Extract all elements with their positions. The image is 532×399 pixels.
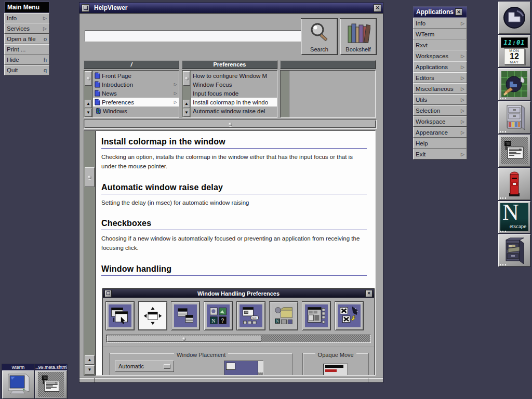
dock-tile-postbox-mail[interactable] [498,167,531,201]
apps-menu-item-selection[interactable]: Selection▷ [413,105,467,116]
thumb-dimple-icon [88,176,91,179]
section-body: Checking an option, installs the colorma… [101,153,367,171]
close-button[interactable]: ✕ [374,4,381,12]
archive-cabinet-icon [502,237,527,264]
scroll-down-button[interactable]: ▼ [85,365,95,375]
column-header: / [84,60,179,69]
scroll-up-button[interactable]: ▲ [183,100,190,108]
scrollbar-thumb [107,336,261,342]
submenu-arrow-icon: ▷ [461,64,464,70]
crt-monitor-icon [5,372,31,397]
group-label: Opaque Move [315,352,356,358]
list-item-how-to-configure[interactable]: How to configure Window M [191,71,277,80]
list-item-install-colormap[interactable]: Install colormap in the windo [191,98,277,107]
scroll-up-button[interactable]: ▲ [85,100,92,108]
scroll-down-button[interactable]: ▼ [85,109,92,117]
apps-menu-item-workspaces[interactable]: Workspaces▷ [413,50,467,61]
main-menu-item-hide[interactable]: Hide h [4,55,49,65]
scrollbar-thumb[interactable] [85,71,92,86]
scrollbar-thumb[interactable] [183,71,190,86]
miniaturize-button[interactable] [82,4,89,12]
apps-menu-item-exit[interactable]: Exit▷ [413,149,467,159]
main-menu-title[interactable]: Main Menu [4,2,49,13]
magnifier-icon [309,19,330,46]
running-indicator [500,197,507,199]
browser-horizontal-scrollbar[interactable] [84,119,377,129]
main-menu: Main Menu Info ▷ Services ▷ Open a file … [4,2,49,75]
appicon-meta-shtml[interactable]: ...99.meta.shtml [34,364,68,399]
dock-tile-netscape[interactable]: N etscape [498,201,531,234]
running-indicator [500,264,507,265]
apps-menu-item-appearance[interactable]: Appearance▷ [413,127,467,138]
main-menu-item-open-a-file[interactable]: Open a file o [4,34,49,44]
dock-tile-text-editor[interactable] [498,134,531,167]
apps-menu-item-utils[interactable]: Utils▷ [413,94,467,105]
expert-prefs-icon [306,305,327,326]
menu-item-label: Selection [416,108,461,114]
helpviewer-titlebar[interactable]: HelpViewer ✕ [79,3,383,14]
apps-menu-item-editors[interactable]: Editors▷ [413,72,467,83]
appicon-wterm[interactable]: wterm [2,364,35,399]
calendar-icon: MON 12 MAY [504,48,525,64]
submenu-arrow-icon: ▷ [461,54,464,59]
placement-dropdown: Automatic [115,361,174,372]
browser-column-empty [280,60,376,118]
column-scrollbar[interactable]: ▲ ▼ [84,71,93,117]
scroll-down-button[interactable]: ▼ [183,109,190,117]
scrollbar-thumb[interactable] [85,121,376,128]
browser-column-root: / ▲ ▼ Front Page Introduction ▷ [84,60,179,118]
search-button[interactable]: Search [301,18,338,55]
column-items: Front Page Introduction ▷ News ▷ Prefere… [93,71,179,117]
window-resizebar[interactable] [79,378,383,382]
content-vertical-scrollbar[interactable]: ▲ ▼ [84,130,96,376]
list-item-windows[interactable]: Windows [93,107,179,115]
menu-item-label: Help [416,140,464,147]
list-item-front-page[interactable]: Front Page [93,71,179,80]
dock-tile-file-cabinet[interactable] [498,101,531,134]
crash-prefs-icon [339,305,360,326]
menu-item-label: Applications [416,64,461,70]
browser-column-preferences: Preferences ▲ ▼ How to configure Window … [182,60,277,118]
apps-menu-item-wterm[interactable]: WTerm [413,29,467,39]
list-item-window-focus[interactable]: Window Focus [191,80,277,89]
window-handling-icon [142,305,163,326]
close-button[interactable]: ✕ [455,8,462,16]
tile-appicon-prefs: rxvt [236,301,265,330]
main-menu-item-print[interactable]: Print ... [4,44,49,55]
main-menu-item-info[interactable]: Info ▷ [4,13,49,23]
menu-item-label: Services [7,25,43,32]
apps-menu-item-applications[interactable]: Applications▷ [413,61,467,72]
dock-tile-clock-calendar[interactable]: 11:01 MON 12 MAY [498,34,531,68]
apps-menu-item-rxvt[interactable]: Rxvt [413,39,467,50]
list-item-input-focus-mode[interactable]: Input focus mode [191,89,277,98]
helpviewer-window: HelpViewer ✕ Search Bookshelf [79,2,383,383]
list-item-preferences[interactable]: Preferences ▷ [93,98,179,107]
column-scrollbar[interactable] [281,71,289,117]
dock-tile-paint-config[interactable] [498,68,531,101]
main-menu-item-quit[interactable]: Quit q [4,65,49,75]
submenu-arrow-icon: ▷ [461,108,464,113]
column-items [289,71,375,117]
books-icon [347,19,370,46]
tile-menu-prefs [171,301,200,330]
submenu-arrow-icon: ▷ [461,21,464,26]
miniaturize-icon [84,6,88,10]
scroll-up-button[interactable]: ▲ [85,355,95,365]
apps-menu-item-miscellaneous[interactable]: Miscellaneous▷ [413,83,467,94]
list-item-introduction[interactable]: Introduction ▷ [93,80,179,89]
dock-tile-archive-cabinet[interactable] [498,234,531,267]
list-item-news[interactable]: News ▷ [93,89,179,98]
search-input[interactable] [85,30,302,42]
scrollbar-thumb[interactable] [85,167,95,187]
applications-menu-titlebar[interactable]: Applications ✕ [413,6,467,18]
thumb-dimple-icon [87,77,90,81]
bookshelf-button[interactable]: Bookshelf [340,18,377,55]
apps-menu-item-info[interactable]: Info▷ [413,18,467,29]
apps-menu-item-workspace[interactable]: Workspace▷ [413,116,467,127]
main-menu-item-services[interactable]: Services ▷ [4,23,49,34]
list-item-automatic-raise[interactable]: Automatic window raise del [191,107,277,115]
path-prefs-icon: N [273,305,294,326]
apps-menu-item-help[interactable]: Help [413,138,467,149]
dock-tile-window-maker[interactable] [498,1,531,34]
column-scrollbar[interactable]: ▲ ▼ [182,71,191,117]
